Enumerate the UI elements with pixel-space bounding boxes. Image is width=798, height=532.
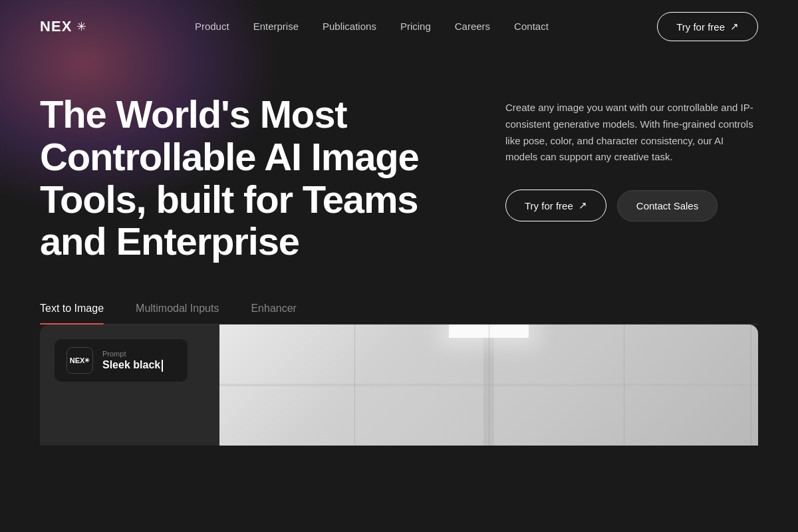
tab-enhancer[interactable]: Enhancer <box>251 303 297 324</box>
logo-snowflake-icon: ✳ <box>76 19 86 34</box>
nav-item-publications[interactable]: Publications <box>323 21 376 33</box>
cursor-icon <box>162 360 163 372</box>
tabs-list: Text to Image Multimodal Inputs Enhancer <box>40 303 758 325</box>
room-line-1 <box>354 325 355 446</box>
hero-left: The World's Most Controllable AI Image T… <box>40 93 452 263</box>
demo-logo: NEX ✳ <box>66 347 93 374</box>
hero-description: Create any image you want with our contr… <box>505 100 758 166</box>
tab-text-to-image[interactable]: Text to Image <box>40 303 104 324</box>
room-line-4 <box>751 325 751 446</box>
hero-try-free-button[interactable]: Try for free ↗ <box>505 190 606 221</box>
demo-prompt-bar: NEX ✳ Prompt Sleek black <box>55 339 188 382</box>
demo-prompt-label: Prompt <box>102 350 163 358</box>
logo[interactable]: NEX ✳ <box>40 18 86 35</box>
demo-image-area <box>219 325 758 446</box>
hero-contact-sales-button[interactable]: Contact Sales <box>617 190 718 221</box>
hero-title: The World's Most Controllable AI Image T… <box>40 93 452 263</box>
room-line-3 <box>624 325 624 446</box>
try-free-arrow-icon: ↗ <box>579 200 587 211</box>
demo-prompt-content: Prompt Sleek black <box>102 350 163 372</box>
nav-item-contact[interactable]: Contact <box>514 21 549 33</box>
logo-text: NEX <box>40 18 72 35</box>
nav-item-pricing[interactable]: Pricing <box>400 21 431 33</box>
nav-links: Product Enterprise Publications Pricing … <box>195 21 549 33</box>
nav-try-for-free-button[interactable]: Try for free ↗ <box>657 12 758 41</box>
demo-logo-snowflake-icon: ✳ <box>84 357 90 364</box>
demo-preview: NEX ✳ Prompt Sleek black <box>40 325 758 446</box>
tab-multimodal-inputs[interactable]: Multimodal Inputs <box>136 303 219 324</box>
navbar: NEX ✳ Product Enterprise Publications Pr… <box>0 0 798 53</box>
demo-prompt-text: Sleek black <box>102 359 163 372</box>
tabs-section: Text to Image Multimodal Inputs Enhancer <box>0 263 798 325</box>
nav-item-enterprise[interactable]: Enterprise <box>253 21 299 33</box>
hero-buttons: Try for free ↗ Contact Sales <box>505 190 758 221</box>
nav-item-product[interactable]: Product <box>195 21 229 33</box>
room-line-2 <box>489 325 489 446</box>
hero-right: Create any image you want with our contr… <box>505 93 758 221</box>
nav-item-careers[interactable]: Careers <box>455 21 490 33</box>
hero-section: The World's Most Controllable AI Image T… <box>0 53 798 263</box>
nav-cta-arrow-icon: ↗ <box>730 21 739 33</box>
